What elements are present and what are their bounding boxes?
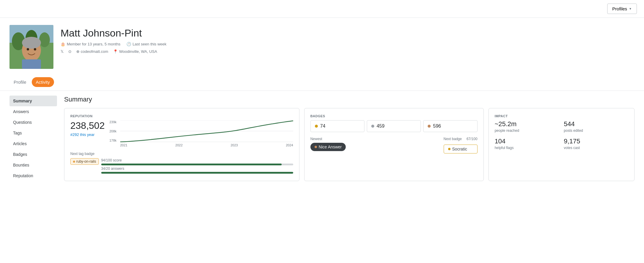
answers-text: 34/20 answers bbox=[101, 167, 293, 171]
chart-x-labels: 2021 2022 2023 2024 bbox=[120, 143, 293, 147]
sidebar-item-tags[interactable]: Tags bbox=[9, 128, 57, 138]
member-since: Member for 13 years, 5 months bbox=[61, 42, 120, 46]
x-label-2023: 2023 bbox=[231, 143, 238, 147]
rep-number: 238,502 bbox=[70, 120, 105, 131]
sidebar-item-bounties[interactable]: Bounties bbox=[9, 160, 57, 170]
chart-svg-wrapper bbox=[120, 120, 293, 142]
svg-point-8 bbox=[34, 48, 36, 50]
silver-count: 459 bbox=[377, 123, 385, 129]
github-icon bbox=[68, 49, 72, 54]
score-progress-fill bbox=[101, 164, 282, 165]
tag-pill[interactable]: ruby-on-rails bbox=[70, 158, 99, 165]
rep-left: 238,502 #292 this year bbox=[70, 120, 105, 140]
reputation-chart: 239k 208k 178k bbox=[110, 120, 293, 147]
svg-point-7 bbox=[27, 48, 29, 50]
badges-label: BADGES bbox=[310, 114, 478, 118]
nav-tabs: Profile Activity bbox=[0, 74, 644, 91]
next-badge-pill[interactable]: Socratic bbox=[444, 145, 478, 153]
cake-icon bbox=[61, 42, 65, 46]
votes-cast-number: 9,175 bbox=[564, 137, 628, 145]
twitter-link[interactable] bbox=[61, 49, 64, 54]
sidebar-item-badges[interactable]: Badges bbox=[9, 149, 57, 160]
cards-row: REPUTATION 238,502 #292 this year 239k 2… bbox=[64, 108, 635, 181]
profile-info: Matt Johnson-Pint Member for 13 years, 5… bbox=[61, 25, 166, 54]
impact-grid: ~25.2m people reached 544 posts edited 1… bbox=[495, 120, 628, 150]
svg-point-3 bbox=[39, 32, 50, 47]
bronze-badge-box[interactable]: 596 bbox=[423, 120, 477, 132]
svg-point-6 bbox=[22, 37, 41, 49]
section-title: Summary bbox=[64, 96, 635, 103]
chart-y-labels: 239k 208k 178k bbox=[110, 120, 117, 142]
tab-profile[interactable]: Profile bbox=[9, 77, 31, 87]
sidebar-item-articles[interactable]: Articles bbox=[9, 138, 57, 149]
tag-progress-row: ruby-on-rails 94/100 score 34/20 answers bbox=[70, 158, 293, 175]
posts-edited-number: 544 bbox=[564, 120, 628, 128]
next-badge-progress: 67/100 bbox=[467, 137, 478, 141]
sidebar-item-questions[interactable]: Questions bbox=[9, 117, 57, 128]
newest-badge-section: Newest Nice Answer bbox=[310, 137, 346, 151]
bronze-dot bbox=[428, 125, 431, 128]
sidebar: Summary Answers Questions Tags Articles … bbox=[9, 96, 57, 181]
web-icon bbox=[76, 49, 80, 54]
next-tag-badge-section: Next tag badge ruby-on-rails 94/100 scor… bbox=[70, 152, 293, 175]
y-label-mid: 208k bbox=[110, 129, 117, 133]
progress-col: 94/100 score 34/20 answers bbox=[101, 158, 293, 175]
sidebar-item-summary[interactable]: Summary bbox=[9, 96, 57, 106]
votes-cast-item: 9,175 votes cast bbox=[564, 137, 628, 150]
badges-card: BADGES 74 459 596 bbox=[304, 108, 484, 181]
content-area: Summary REPUTATION 238,502 #292 this yea… bbox=[64, 96, 635, 181]
gold-count: 74 bbox=[320, 123, 326, 129]
people-reached-item: ~25.2m people reached bbox=[495, 120, 559, 133]
x-label-2024: 2024 bbox=[286, 143, 293, 147]
posts-edited-item: 544 posts edited bbox=[564, 120, 628, 133]
avatar bbox=[9, 25, 53, 69]
badges-bottom: Newest Nice Answer Next badge 67/100 bbox=[310, 137, 478, 153]
profile-name: Matt Johnson-Pint bbox=[61, 27, 166, 39]
badges-counts-row: 74 459 596 bbox=[310, 120, 478, 132]
bronze-count: 596 bbox=[433, 123, 441, 129]
last-seen: Last seen this week bbox=[126, 42, 166, 46]
score-text: 94/100 score bbox=[101, 158, 293, 162]
next-badge-dot bbox=[448, 148, 451, 150]
gold-badge-box[interactable]: 74 bbox=[310, 120, 364, 132]
people-reached-number: ~25.2m bbox=[495, 120, 559, 128]
next-badge-label: Next badge bbox=[444, 137, 462, 141]
svg-rect-9 bbox=[22, 59, 41, 69]
location-icon bbox=[113, 49, 118, 54]
impact-card: IMPACT ~25.2m people reached 544 posts e… bbox=[488, 108, 635, 181]
profile-links: codeofmatt.com Woodinville, WA, USA bbox=[61, 49, 166, 54]
location: Woodinville, WA, USA bbox=[113, 49, 157, 54]
x-label-2022: 2022 bbox=[175, 143, 183, 147]
rep-rank[interactable]: #292 this year bbox=[70, 132, 105, 137]
answers-progress-bg bbox=[101, 172, 293, 174]
reputation-card: REPUTATION 238,502 #292 this year 239k 2… bbox=[64, 108, 299, 181]
helpful-flags-number: 104 bbox=[495, 137, 559, 145]
next-badge-section: Next badge 67/100 Socratic bbox=[444, 137, 478, 153]
gold-dot bbox=[315, 125, 318, 128]
sidebar-item-reputation[interactable]: Reputation bbox=[9, 170, 57, 181]
impact-label: IMPACT bbox=[495, 114, 628, 118]
newest-badge-pill[interactable]: Nice Answer bbox=[310, 143, 346, 151]
github-link[interactable] bbox=[68, 49, 72, 54]
newest-label: Newest bbox=[310, 137, 346, 141]
answers-progress-fill bbox=[101, 172, 293, 174]
tab-activity[interactable]: Activity bbox=[32, 77, 54, 87]
newest-badge-name: Nice Answer bbox=[319, 145, 342, 149]
y-label-top: 239k bbox=[110, 120, 117, 124]
posts-edited-desc: posts edited bbox=[564, 129, 628, 133]
rep-right: 239k 208k 178k bbox=[110, 120, 293, 148]
silver-dot bbox=[371, 125, 374, 128]
sidebar-item-answers[interactable]: Answers bbox=[9, 106, 57, 117]
votes-cast-desc: votes cast bbox=[564, 146, 628, 150]
silver-badge-box[interactable]: 459 bbox=[367, 120, 421, 132]
profile-header: Matt Johnson-Pint Member for 13 years, 5… bbox=[0, 18, 644, 74]
score-progress-bg bbox=[101, 164, 293, 165]
rep-content: 238,502 #292 this year 239k 208k 178k bbox=[70, 120, 293, 148]
helpful-flags-desc: helpful flags bbox=[495, 146, 559, 150]
website-link[interactable]: codeofmatt.com bbox=[76, 49, 108, 54]
main-layout: Summary Answers Questions Tags Articles … bbox=[0, 91, 644, 186]
x-label-2021: 2021 bbox=[120, 143, 127, 147]
twitter-icon bbox=[61, 49, 64, 54]
clock-icon bbox=[126, 42, 131, 46]
profiles-button[interactable]: Profiles bbox=[607, 4, 637, 14]
